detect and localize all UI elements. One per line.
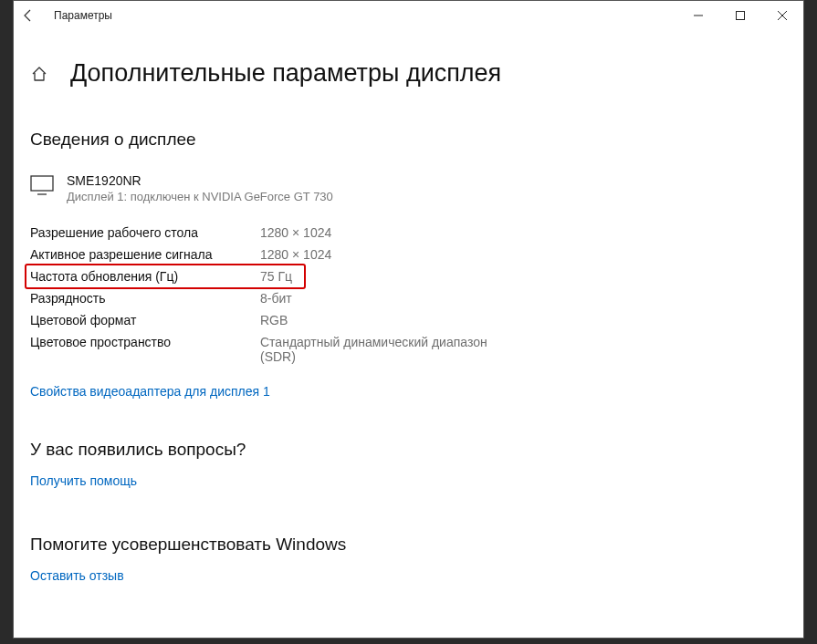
home-icon[interactable] (30, 65, 50, 83)
minimize-button[interactable] (677, 1, 719, 30)
maximize-button[interactable] (719, 1, 761, 30)
monitor-name: SME1920NR (67, 173, 333, 188)
settings-window: Параметры Дополнительные параметры диспл… (13, 0, 804, 639)
monitor-icon (30, 175, 54, 199)
prop-label: Активное разрешение сигнала (30, 247, 260, 262)
window-controls (677, 1, 803, 30)
get-help-link[interactable]: Получить помощь (30, 473, 137, 488)
svg-rect-0 (737, 12, 745, 20)
back-button[interactable] (19, 8, 37, 23)
prop-value: 8-бит (260, 291, 292, 306)
close-button[interactable] (761, 1, 803, 30)
page-header: Дополнительные параметры дисплея (30, 59, 803, 88)
prop-value: RGB (260, 313, 288, 327)
table-row: Цветовое пространство Стандартный динами… (30, 331, 803, 368)
page-title: Дополнительные параметры дисплея (70, 59, 501, 88)
prop-value: 1280 × 1024 (260, 247, 331, 262)
prop-label: Разрядность (30, 291, 260, 306)
prop-value: 1280 × 1024 (260, 225, 331, 240)
monitor-connection: Дисплей 1: подключен к NVIDIA GeForce GT… (67, 190, 333, 203)
prop-label: Цветовое пространство (30, 335, 260, 349)
table-row: Разрешение рабочего стола 1280 × 1024 (30, 222, 803, 244)
table-row: Цветовой формат RGB (30, 309, 803, 331)
titlebar: Параметры (14, 1, 803, 30)
adapter-properties-link[interactable]: Свойства видеоадаптера для дисплея 1 (30, 384, 270, 399)
prop-label: Частота обновления (Гц) (30, 269, 260, 284)
prop-label: Разрешение рабочего стола (30, 225, 260, 240)
table-row: Активное разрешение сигнала 1280 × 1024 (30, 244, 803, 265)
feedback-heading: Помогите усовершенствовать Windows (30, 535, 803, 555)
app-title: Параметры (54, 9, 112, 22)
prop-value: Стандартный динамический диапазон (SDR) (260, 335, 498, 364)
table-row-refresh-rate: Частота обновления (Гц) 75 Гц (30, 265, 803, 287)
content-area: Дополнительные параметры дисплея Сведени… (14, 30, 803, 584)
display-info-heading: Сведения о дисплее (30, 130, 803, 150)
leave-feedback-link[interactable]: Оставить отзыв (30, 568, 124, 583)
monitor-block: SME1920NR Дисплей 1: подключен к NVIDIA … (30, 173, 803, 203)
help-heading: У вас появились вопросы? (30, 440, 803, 460)
svg-rect-1 (31, 176, 53, 191)
display-properties-table: Разрешение рабочего стола 1280 × 1024 Ак… (30, 222, 803, 368)
table-row: Разрядность 8-бит (30, 287, 803, 309)
prop-value: 75 Гц (260, 269, 292, 284)
prop-label: Цветовой формат (30, 313, 260, 327)
